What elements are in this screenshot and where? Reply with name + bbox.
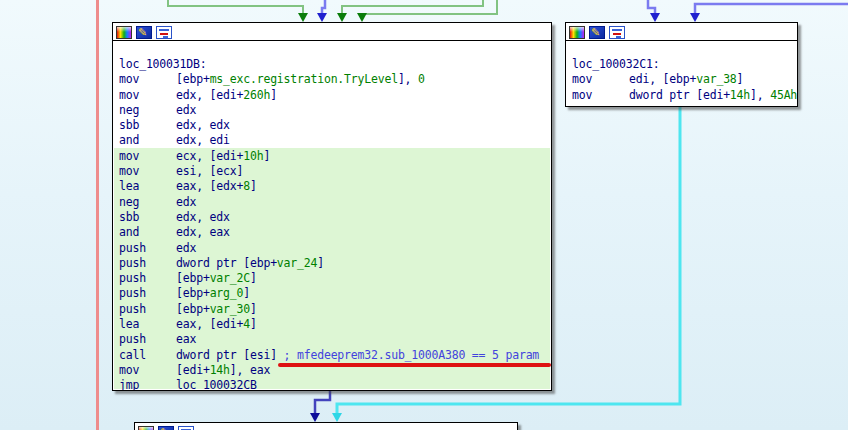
asm-line[interactable]: push[ebp+var_30] xyxy=(119,302,551,317)
operand-value: 4 xyxy=(243,317,250,331)
edge-blue-in-left xyxy=(322,0,325,15)
operand: eax xyxy=(176,332,196,346)
operand: ] xyxy=(250,271,257,285)
mnemonic: mov xyxy=(119,72,176,87)
node-code: loc_100032C1:movedi, [ebp+var_38]movdwor… xyxy=(566,41,797,103)
location-label: loc_100032C1: xyxy=(572,57,659,71)
graph-view-canvas[interactable]: loc_100031DB:mov[ebp+ms_exc.registration… xyxy=(0,0,848,430)
asm-line[interactable]: movedx, [edi+260h] xyxy=(119,88,551,103)
operand: ecx, [edi+ xyxy=(176,149,243,163)
asm-line[interactable]: movedi, [ebp+var_38] xyxy=(572,72,797,87)
crossing-edge-red xyxy=(96,0,99,430)
operand: edx, edx xyxy=(176,118,230,132)
operand-value: 45Ah xyxy=(770,88,797,102)
edge-green-in-left-2-arrowhead xyxy=(337,13,347,22)
operand: ] xyxy=(250,317,257,331)
operand-value: 10h xyxy=(243,149,263,163)
mnemonic: mov xyxy=(572,72,629,87)
asm-line[interactable]: sbbedx, edx xyxy=(119,118,551,133)
asm-line[interactable]: mov[ebp+ms_exc.registration.TryLevel], 0 xyxy=(119,72,551,87)
asm-line[interactable]: pushdword ptr [ebp+var_24] xyxy=(119,256,551,271)
edit-comment-icon[interactable] xyxy=(158,426,174,430)
group-node-icon[interactable] xyxy=(178,426,194,430)
operand: edx xyxy=(176,241,196,255)
operand: edx, edi xyxy=(176,133,230,147)
operand: ] xyxy=(737,72,744,86)
mnemonic: push xyxy=(119,302,176,317)
edge-green-in-left-1-arrowhead xyxy=(298,13,308,22)
annotation-underline-red xyxy=(278,363,551,367)
edge-green-in-left-2 xyxy=(342,0,483,15)
edge-blue-in-right-1-arrowhead xyxy=(650,13,660,22)
mnemonic: lea xyxy=(119,179,176,194)
operand: edx, edx xyxy=(176,210,230,224)
edge-green-in-left-1 xyxy=(168,0,303,15)
operand: ] xyxy=(270,88,277,102)
operand: edx xyxy=(176,103,196,117)
asm-line[interactable]: movesi, [ecx] xyxy=(119,164,551,179)
operand: ] xyxy=(263,149,270,163)
asm-line[interactable]: push[ebp+arg_0] xyxy=(119,286,551,301)
edge-green-in-left-3 xyxy=(362,0,497,15)
edge-darkblue-left-to-bottom-arrowhead xyxy=(310,413,320,422)
group-node-icon[interactable] xyxy=(156,26,172,39)
color-palette-icon[interactable] xyxy=(569,26,585,39)
asm-line[interactable]: andedx, eax xyxy=(119,225,551,240)
asm-line[interactable]: pusheax xyxy=(119,332,551,347)
color-palette-icon[interactable] xyxy=(116,26,132,39)
operand: ] xyxy=(250,179,257,193)
color-palette-icon[interactable] xyxy=(138,426,154,430)
operand: eax, [edx+ xyxy=(176,179,243,193)
operand: [ebp+ xyxy=(176,302,210,316)
mnemonic: neg xyxy=(119,103,176,118)
mnemonic: and xyxy=(119,225,176,240)
group-node-icon[interactable] xyxy=(609,26,625,39)
edit-comment-icon[interactable] xyxy=(136,26,152,39)
asm-label-line[interactable]: loc_100031DB: xyxy=(119,57,551,72)
edge-blue-in-left-arrowhead xyxy=(317,13,327,22)
operand-value: var_30 xyxy=(210,302,250,316)
operand: edx xyxy=(176,195,196,209)
asm-label-line[interactable]: loc_100032C1: xyxy=(572,57,797,72)
asm-line[interactable]: movdword ptr [edi+14h], 45Ah xyxy=(572,88,797,103)
operand: [ebp+ xyxy=(176,72,210,86)
mnemonic: lea xyxy=(119,317,176,332)
edit-comment-icon[interactable] xyxy=(589,26,605,39)
operand-value: 14h xyxy=(730,88,750,102)
asm-line[interactable]: leaeax, [edi+4] xyxy=(119,317,551,332)
operand: [ebp+ xyxy=(176,271,210,285)
asm-line[interactable]: negedx xyxy=(119,103,551,118)
mnemonic: mov xyxy=(119,164,176,179)
asm-line[interactable]: calldword ptr [esi] ; mfedeeprem32.sub_1… xyxy=(119,348,551,363)
edge-darkblue-left-to-bottom xyxy=(315,391,330,414)
asm-line[interactable]: leaeax, [edx+8] xyxy=(119,179,551,194)
operand: edx, eax xyxy=(176,225,230,239)
operand: dword ptr [edi+ xyxy=(629,88,730,102)
asm-line[interactable]: pushedx xyxy=(119,241,551,256)
operand: eax, [edi+ xyxy=(176,317,243,331)
asm-line[interactable]: negedx xyxy=(119,195,551,210)
node-loc_100031DB[interactable]: loc_100031DB:mov[ebp+ms_exc.registration… xyxy=(112,22,552,391)
operand: loc_100032CB xyxy=(176,378,257,391)
asm-line[interactable]: andedx, edi xyxy=(119,133,551,148)
mnemonic: sbb xyxy=(119,210,176,225)
asm-line[interactable]: jmploc_100032CB xyxy=(119,378,551,391)
asm-line[interactable]: sbbedx, edx xyxy=(119,210,551,225)
operand: ], xyxy=(398,72,418,86)
mnemonic: push xyxy=(119,241,176,256)
node-loc_100032C1[interactable]: loc_100032C1:movedi, [ebp+var_38]movdwor… xyxy=(565,22,798,107)
asm-line[interactable]: push[ebp+var_2C] xyxy=(119,271,551,286)
operand: ], eax xyxy=(230,363,270,377)
operand: ] xyxy=(243,286,250,300)
mnemonic: sbb xyxy=(119,118,176,133)
mnemonic: push xyxy=(119,271,176,286)
edge-cyan-right-to-bottom-arrowhead xyxy=(332,413,342,422)
node-title-bar xyxy=(566,23,797,41)
operand: esi, [ecx] xyxy=(176,164,243,178)
edge-blue-in-right-1 xyxy=(648,0,655,15)
operand-value: var_38 xyxy=(696,72,736,86)
asm-line[interactable]: movecx, [edi+10h] xyxy=(119,149,551,164)
mnemonic: mov xyxy=(572,88,629,103)
operand: [edi+ xyxy=(176,363,210,377)
node-loc_100032CB-partial[interactable] xyxy=(134,422,518,430)
